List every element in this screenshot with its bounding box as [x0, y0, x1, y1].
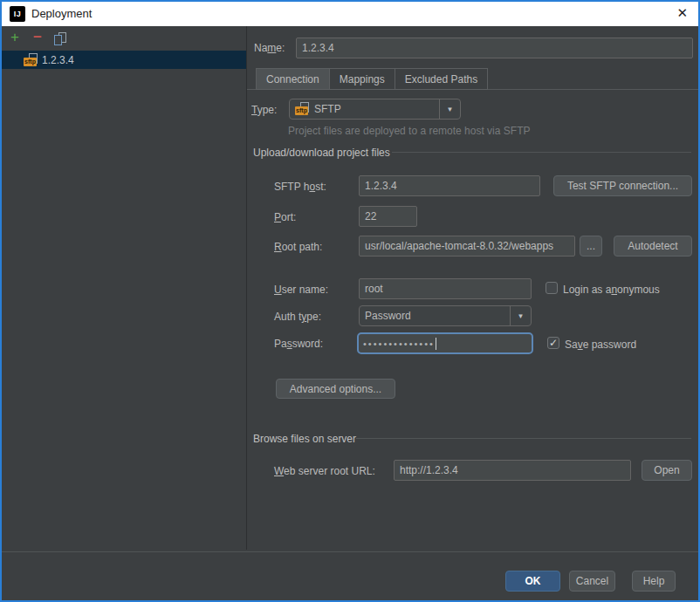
user-name-label: User name:	[274, 284, 328, 296]
ok-button[interactable]: OK	[505, 571, 560, 592]
help-button[interactable]: Help	[632, 571, 676, 592]
upload-section-line	[392, 152, 691, 153]
auth-type-dropdown[interactable]: Password ▼	[359, 305, 532, 326]
cancel-button[interactable]: Cancel	[569, 571, 615, 592]
tab-connection[interactable]: Connection	[256, 68, 329, 90]
save-password-checkbox[interactable]: ✓	[547, 337, 559, 349]
tab-mappings[interactable]: Mappings	[329, 68, 395, 90]
auth-type-value: Password	[365, 310, 411, 322]
remove-server-icon[interactable]: −	[29, 29, 46, 46]
sftp-host-input[interactable]: 1.2.3.4	[359, 175, 540, 196]
browse-section-title: Browse files on server	[253, 433, 356, 445]
web-url-input[interactable]: http://1.2.3.4	[394, 460, 631, 481]
login-anonymous-label[interactable]: Login as anonymous	[563, 284, 660, 296]
tab-excluded-paths[interactable]: Excluded Paths	[395, 68, 488, 90]
open-button[interactable]: Open	[642, 460, 692, 481]
chevron-down-icon[interactable]: ▼	[510, 306, 531, 325]
title-bar: IJ Deployment ✕	[2, 2, 698, 26]
type-hint: Project files are deployed to a remote h…	[288, 125, 530, 137]
auth-type-label: Auth type:	[274, 311, 321, 323]
advanced-options-button[interactable]: Advanced options...	[276, 379, 395, 399]
dialog-footer: OK Cancel Help	[2, 551, 698, 600]
server-item-label: 1.2.3.4	[42, 54, 74, 66]
server-list-item-selected[interactable]: sftp 1.2.3.4	[2, 51, 246, 69]
close-icon[interactable]: ✕	[676, 5, 688, 21]
port-input[interactable]: 22	[359, 206, 417, 227]
root-path-input[interactable]: usr/local/apache-tomcat-8.0.32/webapps	[359, 236, 575, 257]
user-name-input[interactable]: root	[359, 278, 532, 299]
tab-strip: Connection Mappings Excluded Paths	[256, 68, 488, 90]
name-label: Name:	[254, 42, 285, 54]
intellij-logo-icon: IJ	[10, 6, 25, 22]
dialog-title: Deployment	[31, 7, 92, 20]
type-dropdown[interactable]: sftp SFTP ▼	[289, 99, 461, 120]
type-value: SFTP	[314, 103, 341, 115]
sftp-host-label: SFTP host:	[274, 181, 326, 193]
text-cursor	[436, 338, 436, 350]
add-server-icon[interactable]: +	[6, 29, 24, 46]
sftp-file-icon: sftp	[24, 53, 38, 67]
save-password-label[interactable]: Save password	[565, 339, 636, 351]
server-list-panel: + − sftp 1.2.3.4	[2, 26, 247, 550]
port-label: Port:	[274, 211, 296, 223]
type-label: Type:	[251, 104, 277, 116]
name-input[interactable]: 1.2.3.4	[296, 38, 693, 58]
copy-server-icon[interactable]	[54, 32, 68, 46]
test-sftp-connection-button[interactable]: Test SFTP connection...	[553, 175, 692, 196]
chevron-down-icon[interactable]: ▼	[439, 99, 460, 119]
password-label: Password:	[274, 338, 323, 350]
upload-section-title: Upload/download project files	[253, 147, 390, 159]
deployment-dialog: IJ Deployment ✕ + − sftp 1.2.3.4 Name: 1…	[0, 0, 700, 602]
password-input[interactable]: ••••••••••••••	[357, 332, 533, 354]
login-anonymous-checkbox[interactable]	[546, 282, 558, 294]
browse-section-line	[356, 438, 691, 439]
autodetect-button[interactable]: Autodetect	[614, 236, 692, 257]
web-url-label: Web server root URL:	[274, 465, 375, 477]
sftp-file-icon: sftp	[295, 102, 310, 116]
connection-form: Name: 1.2.3.4 Connection Mappings Exclud…	[247, 26, 698, 550]
browse-root-path-button[interactable]: ...	[580, 236, 602, 257]
root-path-label: Root path:	[274, 241, 322, 253]
